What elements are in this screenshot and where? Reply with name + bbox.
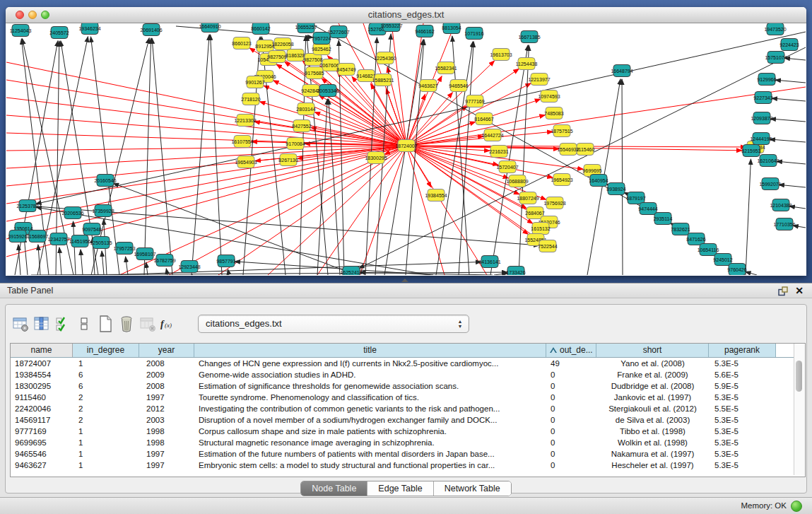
graph-node-7485083[interactable]: 7485083 (544, 107, 563, 119)
cell-title[interactable]: Genome-wide association studies in ADHD. (194, 369, 546, 380)
graph-node-12505135[interactable]: 12505135 (90, 237, 112, 249)
cell-short[interactable]: Jankovic et al. (1997) (596, 392, 709, 403)
delete-attribute-icon[interactable] (116, 314, 137, 334)
graph-node-16640910[interactable]: 16640910 (199, 23, 220, 33)
cell-in_degree[interactable]: 1 (73, 460, 139, 471)
cell-title[interactable]: Disruption of a novel member of a sodium… (194, 414, 546, 426)
graph-node-7522544[interactable]: 7522544 (538, 240, 557, 252)
edge[interactable] (784, 58, 806, 60)
edge[interactable] (622, 79, 623, 275)
graph-node-12342757[interactable]: 12342757 (47, 233, 69, 245)
edge[interactable] (102, 251, 104, 275)
graph-node-2935114[interactable]: 2935114 (654, 213, 673, 225)
cell-name[interactable]: 9699695 (11, 437, 73, 448)
cell-short[interactable]: Yano et al. (2008) (596, 358, 709, 369)
edge[interactable] (6, 146, 406, 239)
graph-node-12104388[interactable]: 12104388 (770, 199, 792, 211)
float-panel-icon[interactable] (778, 286, 788, 296)
graph-node-10553227[interactable]: 10553227 (380, 23, 402, 32)
cell-pagerank[interactable]: 5.3E-5 (709, 392, 776, 403)
cell-in_degree[interactable]: 2 (73, 392, 139, 403)
cell-year[interactable]: 2009 (139, 369, 194, 380)
graph-node-9777169[interactable]: 9777169 (465, 95, 484, 107)
graph-node-1071916[interactable]: 1071916 (464, 28, 483, 40)
cell-year[interactable]: 2008 (139, 380, 194, 392)
cell-year[interactable]: 1997 (139, 392, 194, 403)
show-column-icon[interactable] (31, 314, 52, 334)
graph-node-16648794[interactable]: 16648794 (611, 65, 632, 77)
edge[interactable] (770, 139, 806, 142)
graph-node-17359928[interactable]: 17359928 (92, 205, 114, 217)
graph-node-2405572[interactable]: 2405572 (49, 27, 69, 39)
edge[interactable] (772, 98, 806, 101)
cell-pagerank[interactable]: 5.3E-5 (709, 426, 776, 437)
cell-name[interactable]: 9115460 (11, 392, 73, 403)
graph-node-18226058[interactable]: 18226058 (271, 38, 293, 50)
row-height-icon[interactable] (73, 314, 95, 334)
cell-out_de[interactable]: 0 (546, 403, 596, 414)
column-header-pagerank[interactable]: pagerank (709, 344, 776, 357)
edge[interactable] (775, 80, 806, 83)
select-attributes-icon[interactable] (52, 314, 73, 334)
graph-node-16958107[interactable]: 16958107 (134, 248, 155, 260)
graph-node-16671385[interactable]: 16671385 (518, 31, 540, 43)
edge[interactable] (6, 115, 406, 146)
graph-node-8471626[interactable]: 8471626 (686, 233, 705, 245)
graph-node-7957224[interactable]: 7957224 (312, 33, 331, 45)
column-header-short[interactable]: short (596, 344, 709, 357)
cell-out_de[interactable]: 0 (546, 460, 596, 471)
graph-node-8938924[interactable]: 8938924 (606, 183, 625, 195)
edge[interactable] (777, 161, 806, 164)
table-selector-combobox[interactable]: citations_edges.txt ▲▼ (198, 315, 469, 333)
cell-name[interactable]: 22420046 (11, 403, 73, 414)
graph-node-9825462[interactable]: 9825462 (312, 43, 331, 55)
edge[interactable] (746, 271, 757, 275)
vertical-scrollbar[interactable] (794, 344, 805, 475)
cell-year[interactable]: 1997 (139, 448, 194, 460)
column-header-name[interactable]: name (11, 344, 73, 357)
graph-node-15992071[interactable]: 15992071 (759, 178, 781, 190)
graph-node-8660142[interactable]: 8660142 (251, 23, 270, 35)
graph-node-8454749[interactable]: 8454749 (336, 64, 355, 76)
cell-name[interactable]: 9465546 (11, 448, 73, 460)
graph-node-14136141[interactable]: 14136141 (478, 256, 500, 268)
cell-title[interactable]: Changes of HCN gene expression and I(f) … (194, 358, 546, 369)
cell-in_degree[interactable]: 6 (73, 380, 139, 392)
graph-node-12444195[interactable]: 12444195 (750, 133, 772, 145)
cell-pagerank[interactable]: 5.3E-5 (709, 448, 776, 460)
cell-out_de[interactable]: 0 (546, 380, 596, 392)
edge[interactable] (24, 237, 28, 275)
graph-node-12213977[interactable]: 12213977 (528, 74, 550, 86)
graph-node-9466162[interactable]: 9466162 (415, 25, 434, 37)
graph-node-9901267[interactable]: 9901267 (245, 76, 264, 88)
graph-node-2216231[interactable]: 2216231 (489, 146, 508, 158)
cell-short[interactable]: Dudbridge et al. (2008) (596, 380, 709, 392)
graph-node-8267130[interactable]: 8267130 (278, 154, 298, 166)
edge[interactable] (144, 38, 151, 275)
edge[interactable] (746, 159, 751, 275)
graph-node-1615132[interactable]: 1615132 (531, 223, 550, 235)
table-row[interactable]: 1830029562008Estimation of significance … (11, 380, 805, 392)
graph-node-1733426[interactable]: 1733426 (506, 267, 525, 276)
column-header-year[interactable]: year (139, 344, 194, 357)
graph-node-18757515[interactable]: 18757515 (551, 125, 572, 137)
tab-edge-table[interactable]: Edge Table (367, 481, 433, 496)
cell-name[interactable]: 18724007 (11, 358, 73, 369)
cell-year[interactable]: 2012 (139, 403, 194, 414)
edge[interactable] (406, 87, 806, 146)
graph-node-12923448[interactable]: 12923448 (178, 261, 200, 273)
cell-name[interactable]: 9777169 (11, 426, 73, 437)
graph-node-15885211[interactable]: 15885211 (372, 74, 394, 86)
graph-node-9175685[interactable]: 9175685 (305, 67, 324, 79)
cell-short[interactable]: Nakamura et al. (1997) (596, 448, 709, 460)
scrollbar-thumb[interactable] (796, 361, 802, 392)
cell-short[interactable]: Stergiakouli et al. (2012) (596, 403, 709, 414)
cell-pagerank[interactable]: 5.3E-5 (709, 414, 776, 426)
cell-short[interactable]: Hescheler et al. (1997) (596, 460, 709, 471)
table-row[interactable]: 1938455462009Genome-wide association stu… (11, 369, 805, 380)
graph-node-19654923[interactable]: 19654923 (551, 174, 572, 186)
graph-node-19654903[interactable]: 19654903 (235, 156, 257, 168)
cell-short[interactable]: Wolkin et al. (1998) (596, 437, 709, 448)
graph-node-9857791[interactable]: 9857791 (216, 255, 235, 267)
graph-node-7832621[interactable]: 7832621 (671, 223, 690, 235)
